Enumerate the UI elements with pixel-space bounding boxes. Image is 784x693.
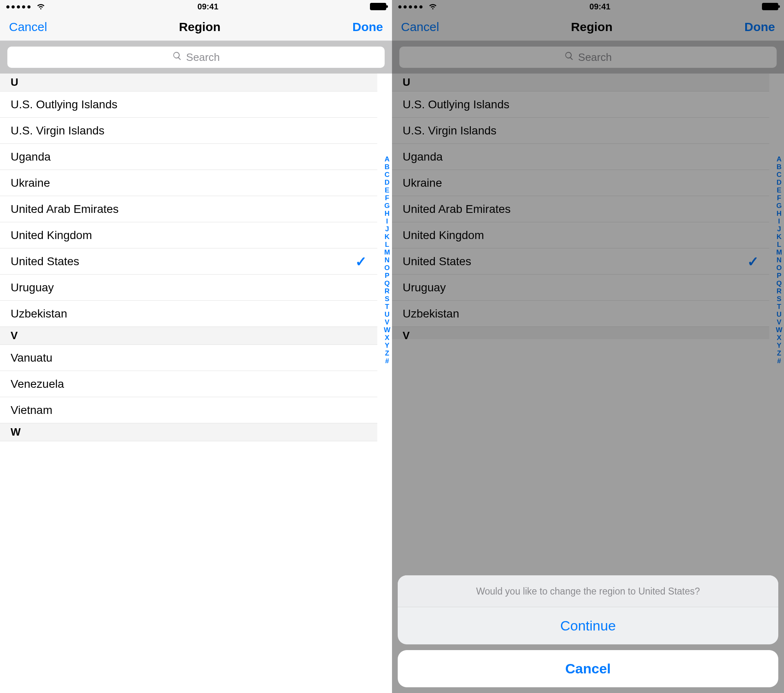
index-letter[interactable]: U xyxy=(777,311,782,318)
index-letter[interactable]: R xyxy=(385,287,390,295)
list-item[interactable]: Ukraine xyxy=(0,170,377,196)
index-letter[interactable]: M xyxy=(776,248,782,256)
list-item-selected[interactable]: United States ✓ xyxy=(0,248,377,275)
index-letter[interactable]: Q xyxy=(776,279,782,287)
region-list[interactable]: U U.S. Outlying Islands U.S. Virgin Isla… xyxy=(0,74,392,441)
action-sheet-message: Would you like to change the region to U… xyxy=(398,575,778,607)
index-letter[interactable]: J xyxy=(385,225,389,233)
index-letter[interactable]: T xyxy=(385,303,389,311)
index-letter[interactable]: O xyxy=(776,264,782,272)
index-letter[interactable]: A xyxy=(777,155,782,163)
index-letter[interactable]: J xyxy=(777,225,781,233)
list-item[interactable]: Uzbekistan xyxy=(392,301,769,327)
list-item[interactable]: Uganda xyxy=(0,144,377,170)
list-item[interactable]: Venezuela xyxy=(0,371,377,397)
index-letter[interactable]: W xyxy=(776,326,782,334)
list-item[interactable]: United Arab Emirates xyxy=(392,196,769,222)
index-letter[interactable]: L xyxy=(385,241,389,248)
wifi-icon xyxy=(428,1,438,13)
index-letter[interactable]: # xyxy=(777,357,781,365)
index-letter[interactable]: W xyxy=(384,326,390,334)
list-item[interactable]: United Arab Emirates xyxy=(0,196,377,222)
index-letter[interactable]: V xyxy=(385,318,389,326)
list-item[interactable]: U.S. Outlying Islands xyxy=(392,92,769,118)
index-letter[interactable]: M xyxy=(384,248,390,256)
list-item[interactable]: U.S. Virgin Islands xyxy=(392,118,769,144)
index-letter[interactable]: Q xyxy=(384,279,390,287)
index-letter[interactable]: F xyxy=(385,194,389,202)
index-letter[interactable]: N xyxy=(777,256,782,264)
done-button[interactable]: Done xyxy=(352,20,383,34)
index-letter[interactable]: N xyxy=(385,256,390,264)
region-screen-normal: ●●●●● 09:41 Cancel Region Done Search U … xyxy=(0,0,392,693)
status-right xyxy=(762,3,778,10)
index-letter[interactable]: F xyxy=(777,194,781,202)
nav-bar: Cancel Region Done xyxy=(0,13,392,41)
list-item[interactable]: U.S. Virgin Islands xyxy=(0,118,377,144)
index-scroll-bar[interactable]: ABCDEFGHIJKLMNOPQRSTUVWXYZ# xyxy=(776,155,782,365)
list-item[interactable]: United Kingdom xyxy=(0,222,377,248)
index-letter[interactable]: X xyxy=(777,334,781,342)
index-letter[interactable]: S xyxy=(385,295,389,303)
index-letter[interactable]: D xyxy=(777,179,782,186)
list-item-label: Vanuatu xyxy=(11,351,52,364)
index-letter[interactable]: I xyxy=(778,217,780,225)
list-item[interactable]: Ukraine xyxy=(392,170,769,196)
index-letter[interactable]: G xyxy=(776,202,782,210)
continue-button[interactable]: Continue xyxy=(398,607,778,644)
index-letter[interactable]: P xyxy=(385,272,389,279)
search-input[interactable]: Search xyxy=(7,47,385,68)
index-letter[interactable]: H xyxy=(385,210,390,217)
action-sheet-cancel-button[interactable]: Cancel xyxy=(398,650,778,687)
action-sheet-group: Would you like to change the region to U… xyxy=(398,575,778,644)
index-letter[interactable]: E xyxy=(385,186,389,194)
index-letter[interactable]: O xyxy=(384,264,390,272)
index-letter[interactable]: G xyxy=(384,202,390,210)
list-item[interactable]: Uruguay xyxy=(392,275,769,301)
index-letter[interactable]: H xyxy=(777,210,782,217)
battery-icon xyxy=(370,3,386,10)
cancel-button[interactable]: Cancel xyxy=(9,20,47,34)
index-letter[interactable]: Z xyxy=(385,349,389,357)
status-right xyxy=(370,3,386,10)
status-bar: ●●●●● 09:41 xyxy=(0,0,392,13)
index-letter[interactable]: X xyxy=(385,334,389,342)
index-letter[interactable]: B xyxy=(777,163,782,171)
index-letter[interactable]: B xyxy=(385,163,390,171)
index-letter[interactable]: L xyxy=(777,241,781,248)
index-letter[interactable]: E xyxy=(777,186,781,194)
index-letter[interactable]: # xyxy=(385,357,389,365)
index-letter[interactable]: T xyxy=(777,303,781,311)
section-header-u: U xyxy=(392,74,769,92)
index-letter[interactable]: Z xyxy=(777,349,781,357)
index-letter[interactable]: S xyxy=(777,295,781,303)
list-item[interactable]: Uganda xyxy=(392,144,769,170)
list-item[interactable]: Vanuatu xyxy=(0,345,377,371)
search-input[interactable]: Search xyxy=(399,47,777,68)
index-letter[interactable]: K xyxy=(385,233,390,241)
list-item[interactable]: Uzbekistan xyxy=(0,301,377,327)
cancel-button[interactable]: Cancel xyxy=(401,20,439,34)
list-item-label: U.S. Virgin Islands xyxy=(11,124,105,137)
index-letter[interactable]: Y xyxy=(777,342,781,349)
list-item[interactable]: Vietnam xyxy=(0,397,377,423)
list-item-selected[interactable]: United States ✓ xyxy=(392,248,769,275)
action-sheet: Would you like to change the region to U… xyxy=(398,575,778,687)
index-letter[interactable]: A xyxy=(385,155,390,163)
index-letter[interactable]: I xyxy=(386,217,388,225)
index-letter[interactable]: R xyxy=(777,287,782,295)
region-list[interactable]: U U.S. Outlying Islands U.S. Virgin Isla… xyxy=(392,74,784,339)
index-letter[interactable]: C xyxy=(777,171,782,179)
index-letter[interactable]: D xyxy=(385,179,390,186)
index-scroll-bar[interactable]: ABCDEFGHIJKLMNOPQRSTUVWXYZ# xyxy=(384,155,390,365)
done-button[interactable]: Done xyxy=(744,20,775,34)
index-letter[interactable]: P xyxy=(777,272,781,279)
index-letter[interactable]: K xyxy=(777,233,782,241)
index-letter[interactable]: C xyxy=(385,171,390,179)
list-item[interactable]: U.S. Outlying Islands xyxy=(0,92,377,118)
list-item[interactable]: United Kingdom xyxy=(392,222,769,248)
index-letter[interactable]: V xyxy=(777,318,781,326)
index-letter[interactable]: U xyxy=(385,311,390,318)
list-item[interactable]: Uruguay xyxy=(0,275,377,301)
index-letter[interactable]: Y xyxy=(385,342,389,349)
